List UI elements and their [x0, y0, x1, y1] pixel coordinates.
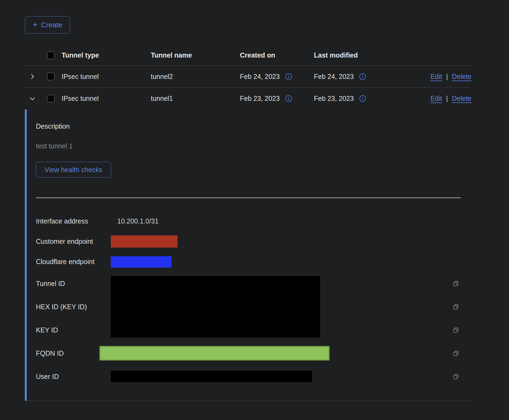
collapse-row-button[interactable] — [28, 94, 37, 103]
copy-icon — [452, 326, 460, 334]
create-button[interactable]: + Create — [25, 16, 70, 34]
copy-fqdn-id-button[interactable] — [452, 349, 460, 358]
tunnel-name-cell: tunnel1 — [151, 95, 240, 102]
tunnel-type-cell: IPsec tunnel — [62, 73, 151, 81]
copy-icon — [452, 373, 460, 380]
plus-icon: + — [33, 21, 38, 29]
chevron-down-icon — [29, 95, 36, 102]
edit-link[interactable]: Edit — [430, 73, 442, 80]
copy-hex-id-button[interactable] — [452, 303, 460, 311]
actions-divider: | — [446, 95, 448, 102]
create-button-label: Create — [41, 21, 62, 29]
row-checkbox[interactable] — [47, 95, 55, 102]
copy-user-id-button[interactable] — [452, 372, 460, 381]
hex-id-label: HEX ID (KEY ID) — [36, 303, 111, 311]
info-circle-icon[interactable] — [359, 95, 366, 102]
row-checkbox[interactable] — [47, 73, 55, 80]
description-label: Description — [36, 122, 471, 130]
tunnels-page: + Create Tunnel type Tunnel name Created… — [0, 0, 509, 401]
customer-endpoint-label: Customer endpoint — [36, 238, 111, 245]
created-on-value: Feb 23, 2023 — [240, 95, 280, 102]
fqdn-id-redacted-value — [99, 346, 330, 361]
delete-link[interactable]: Delete — [452, 73, 471, 80]
column-header-tunnel-type: Tunnel type — [62, 51, 151, 59]
tunnel-fields: Interface address 10.200.1.0/31 Customer… — [36, 211, 471, 388]
info-circle-icon[interactable] — [359, 73, 366, 80]
details-divider — [36, 198, 461, 198]
copy-icon — [452, 350, 460, 357]
table-row-tunnel2: IPsec tunnel tunnel2 Feb 24, 2023 Feb 24… — [25, 66, 471, 88]
last-modified-value: Feb 23, 2023 — [314, 95, 354, 102]
chevron-right-icon — [29, 73, 36, 80]
column-header-created-on: Created on — [240, 51, 314, 59]
actions-divider: | — [446, 73, 448, 80]
description-value: test tunnel 1 — [36, 142, 471, 150]
key-id-label: KEY ID — [36, 326, 111, 334]
created-on-value: Feb 24, 2023 — [240, 73, 280, 81]
select-all-checkbox[interactable] — [47, 52, 55, 59]
copy-icon — [452, 303, 460, 311]
cloudflare-endpoint-redacted-value — [111, 256, 172, 268]
column-header-last-modified: Last modified — [314, 51, 388, 59]
info-circle-icon[interactable] — [285, 73, 292, 80]
interface-address-label: Interface address — [36, 217, 111, 225]
info-circle-icon[interactable] — [285, 95, 292, 102]
tunnel-type-cell: IPsec tunnel — [62, 95, 151, 102]
tunnel-name-cell: tunnel2 — [151, 73, 240, 81]
copy-icon — [452, 280, 460, 287]
table-row-tunnel1: IPsec tunnel tunnel1 Feb 23, 2023 Feb 23… — [25, 88, 471, 109]
view-health-checks-button[interactable]: View health checks — [36, 162, 111, 178]
delete-link[interactable]: Delete — [452, 95, 471, 102]
cloudflare-endpoint-label: Cloudflare endpoint — [36, 258, 111, 266]
customer-endpoint-redacted-value — [111, 235, 178, 248]
tunnels-table: Tunnel type Tunnel name Created on Last … — [25, 45, 471, 401]
tunnel-details-panel: Description test tunnel 1 View health ch… — [25, 109, 471, 401]
copy-tunnel-id-button[interactable] — [452, 279, 460, 288]
expand-row-button[interactable] — [28, 72, 37, 81]
user-id-label: User ID — [36, 373, 111, 381]
copy-key-id-button[interactable] — [452, 326, 460, 334]
edit-link[interactable]: Edit — [430, 95, 442, 102]
interface-address-value: 10.200.1.0/31 — [111, 217, 452, 225]
table-header-row: Tunnel type Tunnel name Created on Last … — [25, 45, 471, 66]
user-id-redacted-value — [111, 371, 312, 382]
column-header-tunnel-name: Tunnel name — [151, 51, 240, 59]
tunnel-id-label: Tunnel ID — [36, 280, 111, 288]
last-modified-value: Feb 24, 2023 — [314, 73, 354, 81]
tunnel-hex-key-id-redacted-values — [111, 276, 320, 338]
